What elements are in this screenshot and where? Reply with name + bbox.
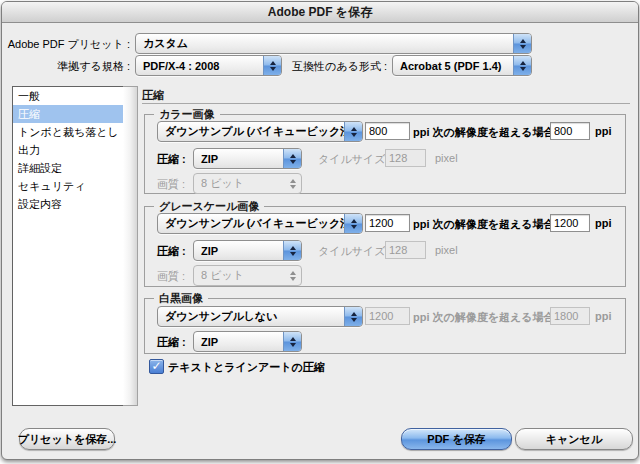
popup-arrows-icon xyxy=(344,214,362,233)
sidebar-item[interactable]: 出力 xyxy=(13,141,123,159)
preset-value: カスタム xyxy=(136,36,513,51)
grayscale-compression-label: 圧縮 : xyxy=(157,244,186,259)
panel-separator xyxy=(142,103,630,104)
preset-select[interactable]: カスタム xyxy=(135,33,532,54)
compatibility-select[interactable]: Acrobat 5 (PDF 1.4) xyxy=(392,55,532,76)
save-adobe-pdf-dialog: Adobe PDF を保存 Adobe PDF プリセット : カスタム 準拠す… xyxy=(1,1,639,460)
color-quality-value: 8 ビット xyxy=(194,176,284,191)
compatibility-value: Acrobat 5 (PDF 1.4) xyxy=(393,60,513,72)
popup-arrows-icon xyxy=(283,241,301,260)
grayscale-tile-label: タイルサイズ : xyxy=(318,244,381,259)
compress-text-lineart-checkbox[interactable]: ✓ xyxy=(149,359,164,374)
monochrome-compression-value: ZIP xyxy=(194,336,283,348)
grayscale-compression-value: ZIP xyxy=(194,245,283,257)
save-preset-button[interactable]: プリセットを保存... xyxy=(19,428,115,450)
color-resolution-input[interactable] xyxy=(365,122,410,140)
grayscale-images-legend: グレースケール画像 xyxy=(154,199,264,214)
sidebar-item[interactable]: 圧縮 xyxy=(13,105,123,123)
popup-arrows-icon xyxy=(263,56,281,75)
grayscale-pixel-label: pixel xyxy=(435,244,458,256)
color-compression-label: 圧縮 : xyxy=(157,152,186,167)
compress-text-lineart-label: テキストとラインアートの圧縮 xyxy=(168,360,325,375)
popup-arrows-icon xyxy=(513,56,531,75)
color-images-legend: カラー画像 xyxy=(154,107,220,122)
grayscale-resolution-input[interactable] xyxy=(365,214,410,232)
checkbox-check-icon: ✓ xyxy=(151,359,161,373)
color-sampling-value: ダウンサンプル (バイキュービック法) xyxy=(158,124,344,139)
sidebar-item[interactable]: 詳細設定 xyxy=(13,159,123,177)
popup-arrows-icon xyxy=(513,34,531,53)
dialog-title: Adobe PDF を保存 xyxy=(268,4,372,21)
color-quality-label: 画質 : xyxy=(157,177,185,192)
sidebar-item[interactable]: セキュリティ xyxy=(13,177,123,195)
compatibility-label: 互換性のある形式 : xyxy=(282,59,387,74)
grayscale-ppi-label: ppi xyxy=(595,217,612,229)
monochrome-threshold-input xyxy=(550,307,590,325)
grayscale-quality-select: 8 ビット xyxy=(193,265,302,286)
monochrome-images-legend: 白黒画像 xyxy=(154,291,208,306)
monochrome-sampling-value: ダウンサンプルしない xyxy=(158,309,344,324)
monochrome-between-label: ppi 次の解像度を超える場合 xyxy=(413,310,555,325)
sidebar-item[interactable]: 一般 xyxy=(13,87,123,105)
grayscale-tile-input xyxy=(385,241,426,259)
color-quality-select: 8 ビット xyxy=(193,173,302,194)
grayscale-quality-value: 8 ビット xyxy=(194,268,284,283)
save-preset-button-label: プリセットを保存... xyxy=(18,432,117,447)
grayscale-images-group: グレースケール画像 ダウンサンプル (バイキュービック法) ppi 次の解像度を… xyxy=(144,206,626,287)
color-between-label: ppi 次の解像度を超える場合 xyxy=(413,125,555,140)
standard-value: PDF/X-4 : 2008 xyxy=(136,60,263,72)
save-pdf-button[interactable]: PDF を保存 xyxy=(401,428,512,450)
color-threshold-input[interactable] xyxy=(550,122,590,140)
panel-title: 圧縮 xyxy=(142,88,164,103)
monochrome-compression-select[interactable]: ZIP xyxy=(193,331,302,352)
color-compression-value: ZIP xyxy=(194,153,283,165)
cancel-button-label: キャンセル xyxy=(546,432,602,447)
color-tile-label: タイルサイズ : xyxy=(318,152,381,167)
popup-arrows-icon xyxy=(344,122,362,141)
grayscale-between-label: ppi 次の解像度を超える場合 xyxy=(413,217,555,232)
color-pixel-label: pixel xyxy=(435,152,458,164)
title-bar[interactable]: Adobe PDF を保存 xyxy=(2,2,638,23)
popup-arrows-icon xyxy=(283,332,301,351)
popup-arrows-icon xyxy=(344,307,362,326)
monochrome-sampling-select[interactable]: ダウンサンプルしない xyxy=(157,306,363,327)
color-tile-input xyxy=(385,149,426,167)
standard-label: 準拠する規格 : xyxy=(2,59,130,74)
cancel-button[interactable]: キャンセル xyxy=(515,428,633,450)
sidebar-item[interactable]: トンボと裁ち落とし xyxy=(13,123,123,141)
monochrome-images-group: 白黒画像 ダウンサンプルしない ppi 次の解像度を超える場合 ppi 圧縮 :… xyxy=(144,298,626,354)
grayscale-sampling-value: ダウンサンプル (バイキュービック法) xyxy=(158,216,344,231)
monochrome-compression-label: 圧縮 : xyxy=(157,335,186,350)
popup-arrows-icon xyxy=(284,266,301,285)
grayscale-quality-label: 画質 : xyxy=(157,269,185,284)
grayscale-sampling-select[interactable]: ダウンサンプル (バイキュービック法) xyxy=(157,213,363,234)
monochrome-ppi-label: ppi xyxy=(595,310,612,322)
color-compression-select[interactable]: ZIP xyxy=(193,148,302,169)
monochrome-resolution-input xyxy=(365,307,410,325)
settings-list-scrollbar[interactable] xyxy=(123,86,138,406)
save-pdf-button-label: PDF を保存 xyxy=(427,432,485,447)
preset-label: Adobe PDF プリセット : xyxy=(2,37,130,52)
grayscale-threshold-input[interactable] xyxy=(550,214,590,232)
color-sampling-select[interactable]: ダウンサンプル (バイキュービック法) xyxy=(157,121,363,142)
popup-arrows-icon xyxy=(283,149,301,168)
popup-arrows-icon xyxy=(284,174,301,193)
standard-select[interactable]: PDF/X-4 : 2008 xyxy=(135,55,282,76)
color-images-group: カラー画像 ダウンサンプル (バイキュービック法) ppi 次の解像度を超える場… xyxy=(144,114,626,194)
grayscale-compression-select[interactable]: ZIP xyxy=(193,240,302,261)
color-ppi-label: ppi xyxy=(595,125,612,137)
sidebar-item[interactable]: 設定内容 xyxy=(13,195,123,213)
settings-list: 一般圧縮トンボと裁ち落とし出力詳細設定セキュリティ設定内容 xyxy=(12,86,124,406)
